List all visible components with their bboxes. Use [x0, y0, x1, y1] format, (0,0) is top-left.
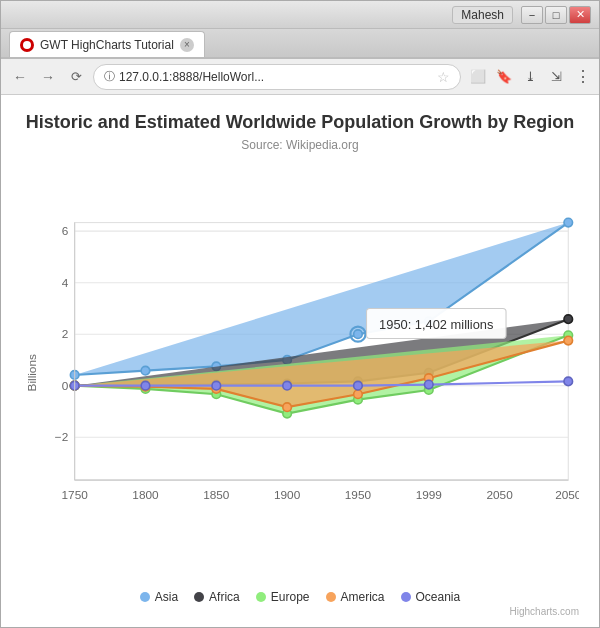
svg-text:1950: 1,402 millions: 1950: 1,402 millions — [379, 317, 493, 332]
svg-point-55 — [212, 382, 221, 391]
svg-point-52 — [564, 337, 573, 346]
svg-point-58 — [424, 381, 433, 390]
refresh-button[interactable]: ⟳ — [65, 66, 87, 88]
svg-text:Billions: Billions — [25, 354, 39, 391]
legend-item-asia[interactable]: Asia — [140, 590, 178, 604]
maximize-button[interactable]: □ — [545, 6, 567, 24]
chart-svg: 6 4 2 0 −2 Billions 1750 1800 1850 1900 … — [21, 162, 579, 584]
extension-icon-1[interactable]: ⬜ — [467, 66, 489, 88]
back-button[interactable]: ← — [9, 66, 31, 88]
toolbar-icons: ⬜ 🔖 ⤓ ⇲ — [467, 66, 567, 88]
forward-button[interactable]: → — [37, 66, 59, 88]
svg-text:1800: 1800 — [132, 489, 159, 503]
tabbar: GWT HighCharts Tutorial × — [1, 29, 599, 59]
close-button[interactable]: ✕ — [569, 6, 591, 24]
svg-point-23 — [141, 367, 150, 376]
tab-favicon-icon — [20, 38, 34, 52]
legend-color-asia — [140, 592, 150, 602]
legend-item-america[interactable]: America — [326, 590, 385, 604]
menu-button[interactable]: ⋮ — [575, 67, 591, 86]
extension-icon-4[interactable]: ⇲ — [545, 66, 567, 88]
user-label: Mahesh — [452, 6, 513, 24]
chart-subtitle: Source: Wikipedia.org — [241, 138, 358, 152]
svg-text:2: 2 — [62, 328, 69, 342]
legend-label-europe: Europe — [271, 590, 310, 604]
chart-legend: Asia Africa Europe America Oceania — [140, 590, 460, 604]
legend-item-africa[interactable]: Africa — [194, 590, 240, 604]
legend-label-asia: Asia — [155, 590, 178, 604]
svg-text:2050: 2050 — [555, 489, 579, 503]
svg-point-49 — [283, 403, 292, 412]
minimize-button[interactable]: − — [521, 6, 543, 24]
tab-label: GWT HighCharts Tutorial — [40, 38, 174, 52]
svg-text:6: 6 — [62, 225, 69, 239]
svg-text:1750: 1750 — [62, 489, 89, 503]
address-box[interactable]: ⓘ 127.0.0.1:8888/HelloWorl... ☆ — [93, 64, 461, 90]
svg-point-36 — [564, 315, 573, 324]
chart-container: 6 4 2 0 −2 Billions 1750 1800 1850 1900 … — [21, 162, 579, 584]
address-bar: ← → ⟳ ⓘ 127.0.0.1:8888/HelloWorl... ☆ ⬜ … — [1, 59, 599, 95]
svg-point-54 — [141, 382, 150, 391]
svg-text:0: 0 — [62, 379, 69, 393]
legend-item-europe[interactable]: Europe — [256, 590, 310, 604]
security-icon: ⓘ — [104, 69, 115, 84]
svg-point-26 — [354, 330, 363, 339]
legend-color-europe — [256, 592, 266, 602]
svg-text:1950: 1950 — [345, 489, 372, 503]
extension-icon-3[interactable]: ⤓ — [519, 66, 541, 88]
svg-text:4: 4 — [62, 276, 69, 290]
svg-point-50 — [354, 390, 363, 399]
titlebar-right: Mahesh − □ ✕ — [452, 6, 591, 24]
legend-label-oceania: Oceania — [416, 590, 461, 604]
legend-color-america — [326, 592, 336, 602]
legend-color-africa — [194, 592, 204, 602]
svg-point-59 — [564, 377, 573, 386]
svg-text:1850: 1850 — [203, 489, 230, 503]
svg-point-56 — [283, 382, 292, 391]
bookmark-star-icon[interactable]: ☆ — [437, 69, 450, 85]
url-text: 127.0.0.1:8888/HelloWorl... — [119, 70, 433, 84]
chart-credit: Highcharts.com — [510, 606, 579, 617]
browser-tab[interactable]: GWT HighCharts Tutorial × — [9, 31, 205, 57]
legend-label-africa: Africa — [209, 590, 240, 604]
chart-title: Historic and Estimated Worldwide Populat… — [26, 111, 575, 134]
legend-label-america: America — [341, 590, 385, 604]
svg-text:1900: 1900 — [274, 489, 301, 503]
titlebar: Mahesh − □ ✕ — [1, 1, 599, 29]
svg-point-57 — [354, 382, 363, 391]
svg-text:−2: −2 — [55, 431, 68, 445]
legend-item-oceania[interactable]: Oceania — [401, 590, 461, 604]
browser-window: Mahesh − □ ✕ GWT HighCharts Tutorial × ←… — [0, 0, 600, 628]
tab-close-button[interactable]: × — [180, 38, 194, 52]
legend-color-oceania — [401, 592, 411, 602]
extension-icon-2[interactable]: 🔖 — [493, 66, 515, 88]
svg-text:2050: 2050 — [486, 489, 513, 503]
svg-point-28 — [564, 219, 573, 228]
chart-area: Historic and Estimated Worldwide Populat… — [1, 95, 599, 627]
svg-text:1999: 1999 — [416, 489, 442, 503]
